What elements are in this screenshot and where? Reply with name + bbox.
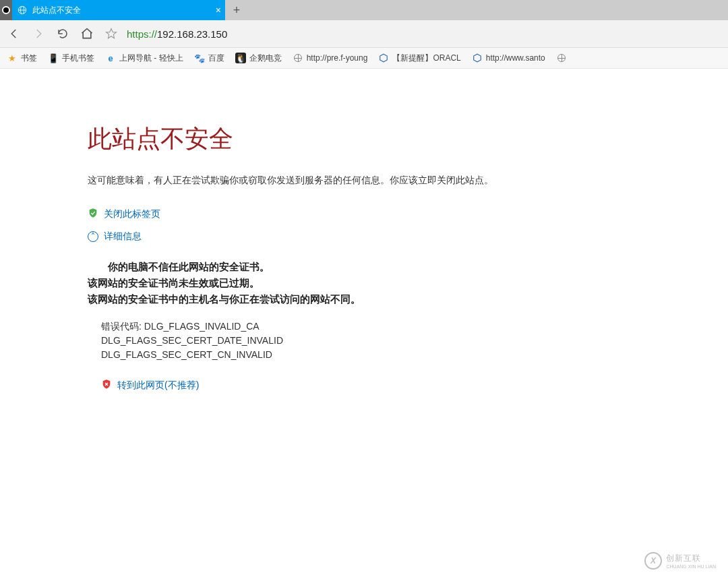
bookmark-label: 手机书签 [62, 53, 94, 64]
shield-check-icon [88, 207, 98, 221]
error-line-1: 错误代码: DLG_FLAGS_INVALID_CA [101, 319, 728, 334]
watermark-text: 创新互联 CHUANG XIN HU LIAN [666, 553, 716, 569]
bookmark-label: 书签 [21, 53, 37, 64]
bookmark-santo[interactable]: http://www.santo [472, 53, 545, 63]
details-link[interactable]: ˄ 详细信息 [88, 231, 728, 243]
bookmark-mobile[interactable]: 📱手机书签 [48, 53, 94, 64]
penguin-icon: 🐧 [235, 53, 246, 63]
bookmarks-bar: ★书签 📱手机书签 e上网导航 - 轻快上 🐾百度 🐧企鹅电竞 http://p… [0, 48, 728, 69]
bookmark-baidu[interactable]: 🐾百度 [194, 53, 224, 64]
url-input[interactable]: https://192.168.23.150 [127, 28, 723, 40]
bookmark-oracle[interactable]: 【新提醒】ORACL [378, 53, 460, 64]
error-codes: 错误代码: DLG_FLAGS_INVALID_CA DLG_FLAGS_SEC… [88, 319, 728, 362]
detail-line-2: 该网站的安全证书尚未生效或已过期。 [88, 275, 728, 291]
back-button[interactable] [5, 25, 23, 42]
close-tab-icon[interactable]: × [216, 5, 221, 15]
bookmark-label: http://pre.f-young [307, 53, 368, 63]
error-line-2: DLG_FLAGS_SEC_CERT_DATE_INVALID [101, 334, 728, 348]
tab-row: 此站点不安全 × + [0, 0, 728, 20]
bookmark-more[interactable] [556, 53, 567, 63]
close-tab-link[interactable]: 关闭此标签页 [88, 207, 728, 221]
url-scheme: https:// [127, 28, 157, 40]
cube-icon [378, 53, 389, 63]
details-block: 你的电脑不信任此网站的安全证书。 该网站的安全证书尚未生效或已过期。 该网站的安… [88, 259, 728, 307]
detail-line-1: 你的电脑不信任此网站的安全证书。 [88, 259, 728, 275]
bookmark-nav[interactable]: e上网导航 - 轻快上 [105, 53, 183, 64]
bookmark-main[interactable]: ★书签 [7, 53, 37, 64]
active-tab[interactable]: 此站点不安全 × [12, 0, 225, 20]
close-tab-label: 关闭此标签页 [104, 208, 160, 220]
forward-button[interactable] [30, 25, 47, 42]
star-icon: ★ [7, 53, 18, 63]
globe-icon [556, 53, 567, 63]
details-label: 详细信息 [104, 231, 142, 243]
bookmark-label: 上网导航 - 轻快上 [119, 53, 183, 64]
home-button[interactable] [78, 25, 96, 42]
phone-icon: 📱 [48, 53, 59, 63]
tab-title: 此站点不安全 [32, 5, 81, 16]
bookmark-label: 百度 [208, 53, 224, 64]
reload-button[interactable] [54, 25, 71, 42]
url-host: 192.168.23.150 [157, 28, 227, 40]
favorite-star-icon[interactable] [102, 25, 120, 42]
bookmark-label: 企鹅电竞 [249, 53, 282, 64]
shield-x-icon [101, 378, 112, 392]
e-icon: e [105, 53, 116, 63]
warning-subtext: 这可能意味着，有人正在尝试欺骗你或窃取你发送到服务器的任何信息。你应该立即关闭此… [88, 175, 728, 187]
bookmark-qie[interactable]: 🐧企鹅电竞 [235, 53, 282, 64]
bookmark-label: http://www.santo [486, 53, 545, 63]
browser-chrome: 此站点不安全 × + https://192.168.23.150 ★书签 📱手… [0, 0, 728, 69]
bookmark-pre[interactable]: http://pre.f-young [293, 53, 368, 63]
watermark: X 创新互联 CHUANG XIN HU LIAN [644, 552, 716, 570]
proceed-link[interactable]: 转到此网页(不推荐) [88, 378, 728, 392]
page-content: 此站点不安全 这可能意味着，有人正在尝试欺骗你或窃取你发送到服务器的任何信息。你… [0, 69, 728, 392]
page-heading: 此站点不安全 [88, 123, 728, 156]
bookmark-label: 【新提醒】ORACL [392, 53, 460, 64]
proceed-label: 转到此网页(不推荐) [117, 379, 199, 392]
chevron-up-icon: ˄ [88, 231, 98, 242]
globe-icon [293, 53, 303, 63]
address-bar-row: https://192.168.23.150 [0, 20, 728, 48]
globe-icon [18, 5, 27, 15]
browser-logo [0, 0, 12, 20]
new-tab-button[interactable]: + [225, 0, 248, 20]
error-line-3: DLG_FLAGS_SEC_CERT_CN_INVALID [101, 348, 728, 362]
paw-icon: 🐾 [194, 53, 205, 63]
cube-icon [472, 53, 483, 63]
watermark-logo-icon: X [644, 552, 662, 570]
detail-line-3: 该网站的安全证书中的主机名与你正在尝试访问的网站不同。 [88, 291, 728, 307]
